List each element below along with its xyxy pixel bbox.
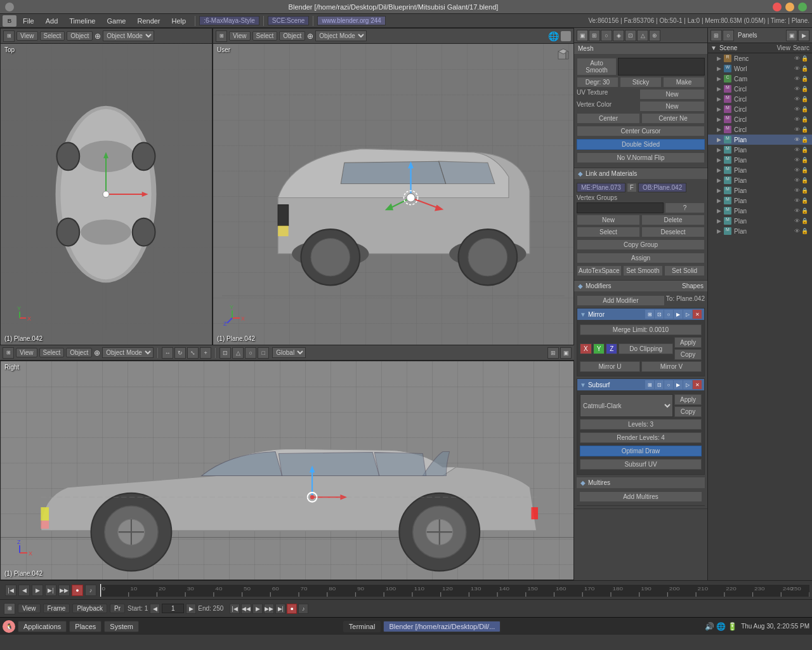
subsurf-copy-btn[interactable]: Copy xyxy=(674,406,702,417)
center-cursor-btn[interactable]: Center Cursor xyxy=(577,126,705,136)
scene-item-renc[interactable]: ▶ R Renc 👁 🔒 xyxy=(708,53,812,63)
scene-item-circl-1[interactable]: ▶ M Circl 👁 🔒 xyxy=(708,84,812,94)
timeline-next-btn[interactable]: ▶| xyxy=(45,585,56,596)
plan3-lock[interactable]: 🔒 xyxy=(801,157,808,163)
subsurf-delete-btn[interactable]: ✕ xyxy=(693,380,702,389)
snap2-icon[interactable]: △ xyxy=(232,347,244,359)
modifiers-header[interactable]: ◆ Modifiers Shapes xyxy=(574,281,707,291)
circl2-lock[interactable]: 🔒 xyxy=(801,96,808,102)
tex-mesh-input[interactable]: TexMesh: xyxy=(618,58,705,76)
transport-start-btn[interactable]: |◀ xyxy=(230,604,240,614)
timeline-ruler[interactable]: 0 10 20 30 40 50 60 70 80 90 100 110 120 xyxy=(100,584,809,597)
transform2-icon[interactable]: + xyxy=(200,347,211,359)
no-v-normal-btn[interactable]: No V.Normal Flip xyxy=(577,152,705,163)
plan10-lock[interactable]: 🔒 xyxy=(801,228,808,234)
scene-item-cam[interactable]: ▶ C Cam 👁 🔒 xyxy=(708,74,812,84)
link-materials-header[interactable]: ◆ Link and Materials xyxy=(574,168,707,179)
mirror-delete-btn[interactable]: ✕ xyxy=(693,310,702,319)
scene-view-icon[interactable]: ▣ xyxy=(786,30,797,41)
renc-vis[interactable]: 👁 xyxy=(794,55,800,62)
plan4-vis[interactable]: 👁 xyxy=(794,167,800,173)
vp-mode-select-bottom[interactable]: Object Mode xyxy=(102,347,154,358)
mirror-icon-5[interactable]: ▷ xyxy=(683,310,692,319)
levels-btn[interactable]: Levels: 3 xyxy=(580,419,702,430)
center-ne-btn[interactable]: Center Ne xyxy=(641,113,705,124)
mirror-u-btn[interactable]: Mirror U xyxy=(580,361,640,372)
multires-header[interactable]: ◆ Multires xyxy=(577,477,705,488)
assign-btn[interactable]: Assign xyxy=(577,253,705,263)
scene-item-plan-active[interactable]: ▶ M Plan 👁 🔒 xyxy=(708,135,812,145)
scene-item-plan-9[interactable]: ▶ M Plan 👁 🔒 xyxy=(708,216,812,226)
scene-item-circl-4[interactable]: ▶ M Circl 👁 🔒 xyxy=(708,114,812,124)
vp-content-top[interactable]: Top X Y (1) Plane.042 xyxy=(1,44,212,345)
view-cube-user[interactable] xyxy=(556,46,571,62)
scene-icon-1[interactable]: ⊞ xyxy=(710,30,722,41)
timeline-end-btn[interactable]: ▶▶ xyxy=(58,585,70,596)
applications-btn[interactable]: Applications xyxy=(18,621,67,632)
terminal-task[interactable]: Terminal xyxy=(343,621,381,632)
props-icon-5[interactable]: ⊡ xyxy=(625,30,636,41)
render-levels-btn[interactable]: Render Levels: 4 xyxy=(580,432,702,443)
mirror-icon-3[interactable]: ○ xyxy=(664,310,673,319)
props-icon-7[interactable]: ⊛ xyxy=(649,30,660,41)
sticky-btn[interactable]: Sticky xyxy=(620,77,662,88)
subsurf-icon-4[interactable]: ▶ xyxy=(674,380,683,389)
deg-btn[interactable]: Degr: 30 xyxy=(577,77,619,88)
plan5-lock[interactable]: 🔒 xyxy=(801,177,808,183)
preset-selector[interactable]: :6-MaxMaya-Style xyxy=(199,16,259,25)
footer-view-btn[interactable]: View xyxy=(18,604,41,613)
places-btn[interactable]: Places xyxy=(69,621,102,632)
footer-frame-btn[interactable]: Frame xyxy=(43,604,70,613)
render-icon[interactable]: ▣ xyxy=(560,347,572,359)
mirror-icon-2[interactable]: ⊡ xyxy=(655,310,664,319)
scene-view2-icon[interactable]: ▶ xyxy=(798,30,809,41)
vp-select-top[interactable]: Select xyxy=(40,31,65,41)
vp-select-user[interactable]: Select xyxy=(252,31,278,41)
vp-view-top[interactable]: View xyxy=(16,31,38,41)
copy-group-btn[interactable]: Copy Group xyxy=(577,239,705,250)
vp-object-bottom[interactable]: Object xyxy=(66,348,92,357)
circl2-vis[interactable]: 👁 xyxy=(794,96,800,102)
props-icon-4[interactable]: ◈ xyxy=(613,30,624,41)
timeline-prev-btn[interactable]: ◀ xyxy=(18,585,30,596)
window-buttons[interactable] xyxy=(773,3,807,11)
uv-new-btn[interactable]: New xyxy=(639,89,705,100)
plan8-vis[interactable]: 👁 xyxy=(794,208,800,214)
mirror-v-btn[interactable]: Mirror V xyxy=(641,361,702,372)
mirror-x-btn[interactable]: X xyxy=(580,343,592,354)
auto-smooth-btn[interactable]: Auto Smooth xyxy=(577,58,617,76)
add-multires-btn[interactable]: Add Multires xyxy=(579,491,702,502)
mirror-icon-4[interactable]: ▶ xyxy=(674,310,683,319)
plan4-lock[interactable]: 🔒 xyxy=(801,167,808,173)
mirror-expand-icon[interactable]: ▼ xyxy=(580,311,586,318)
scene-item-worl[interactable]: ▶ W Worl 👁 🔒 xyxy=(708,63,812,74)
vp-view-bottom[interactable]: View xyxy=(16,348,37,357)
scene-item-plan-6[interactable]: ▶ M Plan 👁 🔒 xyxy=(708,185,812,196)
vp-content-right[interactable]: Right X Z (1) Plane.042 xyxy=(1,361,573,580)
subsurf-icon-5[interactable]: ▷ xyxy=(683,380,692,389)
props-icon-1[interactable]: ▣ xyxy=(577,30,588,41)
vp-glo-btn[interactable] xyxy=(561,31,571,41)
select-vg-btn[interactable]: Select xyxy=(577,227,640,237)
vp-mode-select-user[interactable]: Object Mode xyxy=(315,30,367,41)
set-solid-btn[interactable]: Set Solid xyxy=(664,265,705,276)
translate-icon[interactable]: ↔ xyxy=(162,347,173,359)
scene-item-plan-8[interactable]: ▶ M Plan 👁 🔒 xyxy=(708,206,812,216)
scene-item-circl-3[interactable]: ▶ M Circl 👁 🔒 xyxy=(708,104,812,114)
mirror-apply-btn[interactable]: Apply xyxy=(674,337,702,348)
circl3-lock[interactable]: 🔒 xyxy=(801,106,808,112)
plan7-lock[interactable]: 🔒 xyxy=(801,197,808,204)
question-btn[interactable]: ? xyxy=(665,202,705,213)
footer-pr-btn[interactable]: Pr xyxy=(110,604,125,613)
subsurf-uv-btn[interactable]: Subsurf UV xyxy=(580,459,702,470)
scene-icon-2[interactable]: ○ xyxy=(723,30,734,41)
new-vg-btn[interactable]: New xyxy=(577,215,640,225)
circl4-lock[interactable]: 🔒 xyxy=(801,116,808,123)
worl-vis[interactable]: 👁 xyxy=(794,65,800,72)
timeline-start-btn[interactable]: |◀ xyxy=(5,585,16,596)
deselect-vg-btn[interactable]: Deselect xyxy=(641,227,705,237)
timeline-record-btn[interactable]: ● xyxy=(72,585,83,596)
plan9-vis[interactable]: 👁 xyxy=(794,218,800,224)
layer-icon[interactable]: ⊞ xyxy=(547,347,559,359)
plan6-vis[interactable]: 👁 xyxy=(794,187,800,194)
